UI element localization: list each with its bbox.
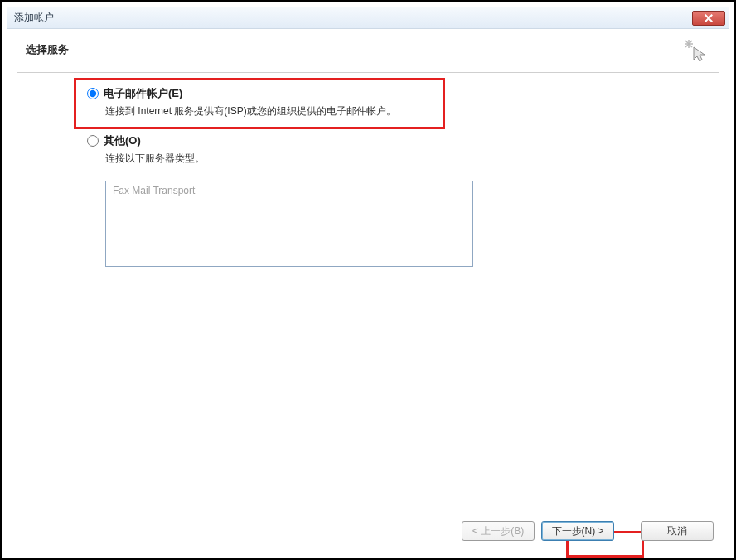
- back-button-label: < 上一步(B): [472, 524, 524, 538]
- cursor-sparkle-icon: [682, 37, 709, 64]
- option-other: 其他(O) 连接以下服务器类型。: [87, 133, 719, 166]
- next-button[interactable]: 下一步(N) >: [541, 521, 614, 541]
- radio-email-label: 电子邮件帐户(E): [104, 86, 182, 101]
- back-button: < 上一步(B): [462, 521, 535, 541]
- option-email-desc: 连接到 Internet 服务提供商(ISP)或您的组织提供的电子邮件帐户。: [105, 104, 719, 118]
- wizard-body: 电子邮件帐户(E) 连接到 Internet 服务提供商(ISP)或您的组织提供…: [7, 73, 729, 509]
- close-button[interactable]: [692, 11, 725, 26]
- wizard-header: 选择服务: [7, 29, 729, 72]
- next-button-label: 下一步(N) >: [552, 524, 604, 538]
- radio-other-input[interactable]: [87, 135, 99, 147]
- radio-other-label: 其他(O): [104, 133, 141, 148]
- list-item: Fax Mail Transport: [113, 185, 466, 196]
- page-title: 选择服务: [26, 42, 710, 57]
- close-icon: [705, 14, 713, 22]
- server-type-listbox: Fax Mail Transport: [105, 181, 473, 267]
- cancel-button-label: 取消: [667, 524, 687, 538]
- wizard-window: 添加帐户 选择服务: [7, 7, 729, 553]
- radio-email-input[interactable]: [87, 88, 99, 99]
- option-other-desc: 连接以下服务器类型。: [105, 152, 719, 166]
- wizard-footer: < 上一步(B) 下一步(N) > 取消: [7, 509, 729, 553]
- window-title: 添加帐户: [14, 11, 54, 25]
- option-email: 电子邮件帐户(E) 连接到 Internet 服务提供商(ISP)或您的组织提供…: [87, 86, 719, 118]
- titlebar: 添加帐户: [7, 7, 729, 29]
- cancel-button[interactable]: 取消: [641, 521, 714, 541]
- screenshot-frame: 添加帐户 选择服务: [0, 0, 736, 560]
- radio-other[interactable]: 其他(O): [87, 133, 719, 148]
- radio-email[interactable]: 电子邮件帐户(E): [87, 86, 719, 101]
- spacer: [621, 521, 634, 541]
